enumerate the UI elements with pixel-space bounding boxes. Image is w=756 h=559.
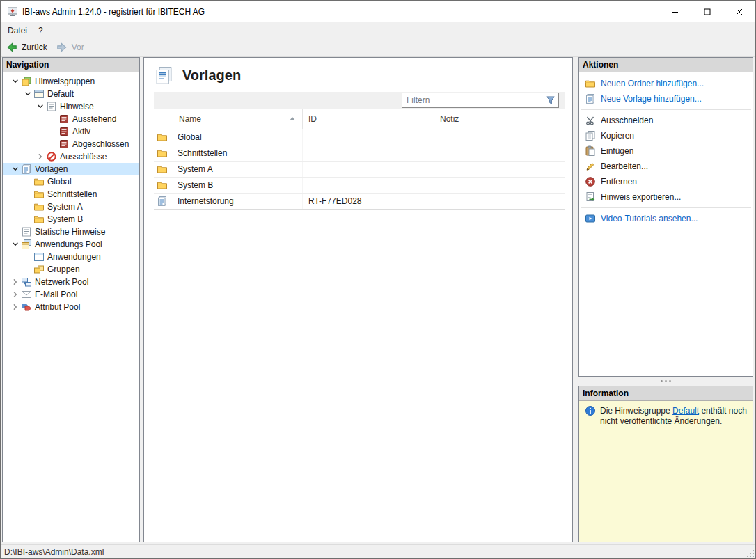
chevron-right-icon[interactable]	[35, 151, 46, 162]
window-stack-icon	[21, 239, 32, 250]
remove-icon	[585, 176, 596, 187]
forward-arrow-icon	[56, 41, 68, 54]
close-button[interactable]	[723, 1, 755, 22]
tree-item-email-pool[interactable]: E-Mail Pool	[3, 288, 139, 301]
navigation-tree: Hinweisgruppen Default Hinweise Ausstehe…	[3, 72, 139, 542]
tree-item-global[interactable]: Global	[3, 175, 139, 188]
paste-icon	[585, 145, 596, 157]
column-header-notiz[interactable]: Notiz	[434, 109, 565, 129]
column-header-id[interactable]: ID	[303, 109, 434, 129]
action-export[interactable]: Hinweis exportieren...	[579, 189, 753, 205]
separator	[581, 207, 751, 208]
sort-ascending-icon	[287, 113, 298, 125]
chevron-placeholder	[22, 201, 33, 212]
action-paste[interactable]: Einfügen	[579, 143, 753, 159]
tree-item-ausstehend[interactable]: Ausstehend	[3, 113, 139, 125]
templates-icon	[154, 66, 175, 85]
window-title: IBI-aws Admin 1.24.0 - registriert für I…	[22, 7, 205, 17]
tree-item-aktiv[interactable]: Aktiv	[3, 125, 139, 138]
menu-help[interactable]: ?	[33, 22, 49, 38]
tree-item-ausschluesse[interactable]: Ausschlüsse	[3, 150, 139, 163]
separator	[581, 109, 751, 110]
action-cut[interactable]: Ausschneiden	[579, 113, 753, 128]
actions-panel: Aktionen Neuen Ordner hinzufügen... Neue…	[578, 57, 753, 377]
table-row[interactable]: Schnittstellen	[154, 145, 565, 162]
back-arrow-icon	[6, 41, 18, 54]
folder-icon	[33, 201, 45, 212]
tree-item-schnittstellen[interactable]: Schnittstellen	[3, 188, 139, 200]
main-panel: Vorlagen Name ID	[143, 57, 573, 542]
tree-item-abgeschlossen[interactable]: Abgeschlossen	[3, 138, 139, 150]
menu-datei[interactable]: Datei	[2, 22, 33, 38]
action-copy[interactable]: Kopieren	[579, 128, 753, 143]
column-header-name[interactable]: Name	[154, 109, 303, 129]
title-bar[interactable]: IBI-aws Admin 1.24.0 - registriert für I…	[1, 1, 755, 22]
toolbar: Zurück Vor	[1, 38, 755, 57]
minimize-button[interactable]	[659, 1, 691, 22]
folder-icon	[33, 176, 45, 187]
action-video-tutorials[interactable]: Video-Tutorials ansehen...	[579, 211, 753, 226]
chevron-down-icon[interactable]	[10, 239, 21, 250]
tree-item-anwendungs-pool[interactable]: Anwendungs Pool	[3, 238, 139, 251]
active-note-icon	[58, 126, 70, 137]
table-row[interactable]: System A	[154, 162, 565, 178]
action-new-folder[interactable]: Neuen Ordner hinzufügen...	[579, 76, 753, 91]
completed-note-icon	[58, 139, 70, 150]
scissors-icon	[585, 115, 596, 126]
tree-item-statische-hinweise[interactable]: Statische Hinweise	[3, 226, 139, 238]
groups-icon	[33, 264, 45, 275]
export-icon	[585, 191, 596, 203]
splitter-handle[interactable]	[578, 377, 753, 386]
chevron-down-icon[interactable]	[35, 101, 46, 112]
information-panel: Information Die Hinweisgruppe Default en…	[578, 386, 753, 542]
tree-item-default[interactable]: Default	[3, 88, 139, 100]
pending-note-icon	[58, 113, 70, 125]
folder-icon	[33, 189, 45, 200]
tree-item-attribut-pool[interactable]: Attribut Pool	[3, 301, 139, 313]
resize-grip-icon[interactable]	[744, 547, 755, 558]
chevron-placeholder	[47, 139, 58, 150]
folder-icon	[33, 214, 45, 225]
no-entry-icon	[46, 151, 57, 162]
navigation-header: Navigation	[3, 58, 139, 72]
tree-item-hinweisgruppen[interactable]: Hinweisgruppen	[3, 75, 139, 88]
action-new-template[interactable]: Neue Vorlage hinzufügen...	[579, 91, 753, 107]
table-row[interactable]: Internetstörung RT-F77ED028	[154, 194, 565, 210]
back-button[interactable]: Zurück	[3, 40, 53, 55]
folder-icon	[157, 164, 168, 175]
copy-icon	[585, 130, 596, 141]
maximize-button[interactable]	[691, 1, 723, 22]
table-row[interactable]: System B	[154, 178, 565, 194]
tree-item-gruppen[interactable]: Gruppen	[3, 263, 139, 276]
chevron-placeholder	[22, 214, 33, 225]
tree-item-system-a[interactable]: System A	[3, 200, 139, 213]
folder-icon	[157, 180, 168, 191]
tree-item-anwendungen[interactable]: Anwendungen	[3, 251, 139, 263]
filter-input[interactable]	[402, 95, 545, 105]
chevron-right-icon[interactable]	[10, 276, 21, 288]
minimize-icon	[672, 8, 679, 15]
forward-button[interactable]: Vor	[53, 40, 90, 55]
envelope-icon	[21, 289, 32, 300]
action-edit[interactable]: Bearbeiten...	[579, 159, 753, 174]
page-title-row: Vorlagen	[144, 58, 572, 92]
chevron-down-icon[interactable]	[10, 164, 21, 175]
filter-funnel-icon[interactable]	[545, 95, 556, 106]
network-icon	[21, 276, 32, 288]
default-group-link[interactable]: Default	[672, 406, 699, 416]
tree-item-netzwerk-pool[interactable]: Netzwerk Pool	[3, 276, 139, 288]
chevron-placeholder	[10, 226, 21, 237]
chevron-right-icon[interactable]	[10, 289, 21, 300]
info-icon	[585, 405, 596, 416]
information-header: Information	[579, 386, 753, 401]
tree-item-system-b[interactable]: System B	[3, 213, 139, 226]
tree-item-vorlagen[interactable]: Vorlagen	[3, 163, 139, 175]
chevron-right-icon[interactable]	[10, 301, 21, 313]
menu-bar: Datei ?	[1, 22, 755, 38]
table-row[interactable]: Global	[154, 129, 565, 145]
action-remove[interactable]: Entfernen	[579, 174, 753, 189]
tree-item-hinweise[interactable]: Hinweise	[3, 100, 139, 113]
chevron-down-icon[interactable]	[22, 88, 33, 100]
window-controls	[659, 1, 755, 22]
chevron-down-icon[interactable]	[10, 76, 21, 87]
